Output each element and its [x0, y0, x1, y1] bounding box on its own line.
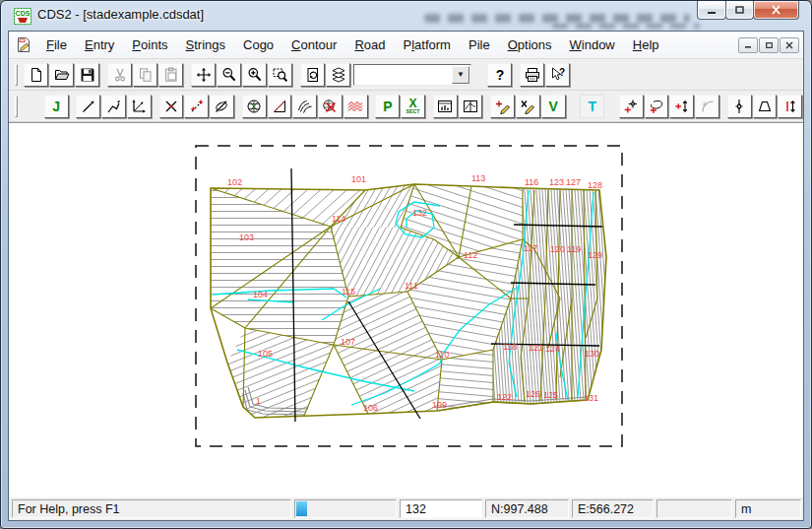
status-bar: For Help, press F1 132 N:997.488 E:566.2… — [9, 496, 803, 520]
menu-contour[interactable]: Contour — [282, 34, 345, 55]
triangle-boundary-button[interactable] — [268, 95, 292, 118]
easting-readout: E:566.272 — [572, 499, 654, 518]
triangulation-globe-icon — [246, 99, 262, 114]
edit-points-button[interactable] — [490, 95, 515, 118]
point-label: 124 — [545, 344, 560, 354]
print-icon — [525, 67, 540, 83]
restore-button[interactable] — [725, 1, 754, 20]
triangle-boundary-icon — [272, 99, 287, 114]
svg-text:CDS: CDS — [16, 10, 31, 17]
survey-drawing[interactable]: 1021011131161231271281141321031121171201… — [9, 123, 803, 496]
menu-strings[interactable]: Strings — [177, 34, 235, 55]
point-label: 120 — [550, 244, 565, 254]
point-label: 125 — [543, 390, 558, 400]
point-label: 128 — [588, 180, 602, 190]
toolbar-grip[interactable] — [15, 64, 18, 86]
tin-edge — [334, 345, 442, 360]
menu-platform[interactable]: Platform — [394, 34, 459, 55]
minimize-button[interactable] — [697, 1, 726, 20]
title-bar[interactable]: CDS CDS2 - [stadexample.cdsdat] — [1, 1, 811, 31]
add-point-button[interactable] — [619, 95, 644, 118]
surface-mesh-button[interactable] — [344, 95, 368, 118]
cross-section-button[interactable]: XSECT — [401, 95, 425, 118]
point-label: 122 — [497, 392, 512, 402]
move-point-button[interactable] — [184, 95, 209, 118]
menu-pile[interactable]: Pile — [460, 34, 499, 55]
zoom-out-button[interactable] — [217, 63, 241, 87]
triangulation-delete-icon — [322, 99, 338, 114]
toolbar-grip[interactable] — [15, 96, 18, 117]
drawing-canvas[interactable]: 1021011131161231271281141321031121171201… — [9, 122, 803, 496]
open-file-button[interactable] — [49, 63, 74, 87]
edit-point-pencil-icon — [495, 99, 511, 114]
p-letter: P — [383, 99, 392, 113]
sect-label: SECT — [406, 109, 419, 114]
triangulate-button[interactable] — [242, 95, 267, 118]
menu-help[interactable]: Help — [624, 34, 668, 55]
template-tool-button[interactable] — [753, 95, 778, 118]
save-button[interactable] — [75, 63, 99, 87]
height-range-button[interactable] — [778, 95, 802, 118]
pan-button[interactable] — [191, 63, 216, 87]
paste-clipboard-icon — [163, 67, 179, 83]
points-display-button[interactable]: P — [375, 95, 400, 118]
combo-dropdown-icon[interactable]: ▼ — [452, 66, 469, 84]
menu-file[interactable]: File — [37, 34, 76, 55]
print-button[interactable] — [520, 63, 544, 87]
layers-button[interactable] — [326, 63, 350, 87]
mdi-close-button[interactable] — [780, 37, 799, 53]
join-button[interactable]: J — [44, 95, 69, 118]
volumes-button[interactable]: V — [541, 95, 566, 118]
context-help-button[interactable]: ? — [545, 63, 570, 87]
draw-line-button[interactable] — [76, 95, 100, 118]
status-blank-pane — [656, 499, 732, 518]
ellipse-tool-button[interactable] — [210, 95, 234, 118]
pan-arrows-icon — [196, 67, 212, 83]
status-help-text: For Help, press F1 — [12, 499, 291, 518]
menu-entry[interactable]: Entry — [76, 34, 123, 55]
svg-text:?: ? — [558, 67, 564, 78]
text-toggle-button[interactable]: T — [580, 95, 604, 118]
zoom-in-button[interactable] — [242, 63, 267, 87]
new-file-button[interactable] — [24, 63, 48, 87]
delete-point-button[interactable] — [159, 95, 184, 118]
contours-button[interactable] — [292, 95, 317, 118]
zoom-window-button[interactable] — [268, 63, 292, 87]
point-label: 105 — [258, 349, 273, 359]
remove-triangles-button[interactable] — [318, 95, 343, 118]
point-label: 114 — [332, 214, 345, 224]
layers-icon — [331, 67, 346, 83]
redraw-button[interactable] — [300, 63, 325, 87]
document-icon[interactable] — [15, 36, 31, 53]
edit-section-pencil-icon — [520, 99, 535, 114]
delete-point-icon — [163, 99, 179, 114]
arc-tool-button — [695, 95, 719, 118]
menu-road[interactable]: Road — [345, 34, 394, 55]
units-readout: m — [735, 499, 801, 518]
point-label: 116 — [525, 177, 538, 187]
section-view-button[interactable] — [459, 95, 483, 118]
menu-window[interactable]: Window — [560, 34, 623, 55]
add-height-button[interactable] — [669, 95, 694, 118]
draw-polyline-button[interactable] — [101, 95, 126, 118]
axes-button[interactable] — [127, 95, 152, 118]
layer-combobox[interactable]: ▼ — [353, 64, 471, 86]
section-marker-button[interactable] — [727, 95, 752, 118]
redraw-page-icon — [305, 67, 321, 83]
mdi-restore-button[interactable] — [759, 37, 779, 53]
mdi-minimize-button[interactable] — [738, 37, 758, 53]
point-label: 109 — [432, 400, 447, 410]
tin-edge — [521, 298, 529, 358]
edit-sections-button[interactable] — [516, 95, 540, 118]
menu-options[interactable]: Options — [499, 34, 561, 55]
menu-cogo[interactable]: Cogo — [234, 34, 282, 55]
menu-points[interactable]: Points — [123, 34, 176, 55]
close-button[interactable] — [753, 1, 799, 20]
help-button[interactable]: ? — [487, 63, 512, 87]
point-label: 107 — [341, 337, 355, 347]
line-icon — [81, 99, 96, 114]
tin-edge — [434, 239, 459, 257]
plot-window-button[interactable] — [433, 95, 458, 118]
point-number-field[interactable]: 132 — [400, 499, 482, 518]
add-boundary-button[interactable] — [645, 95, 669, 118]
